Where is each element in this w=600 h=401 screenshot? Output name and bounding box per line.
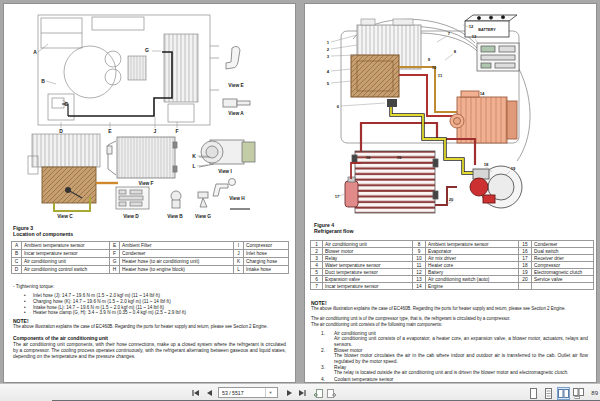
value-cell: Dual switch bbox=[532, 248, 594, 255]
key-cell: 4 bbox=[311, 262, 323, 269]
key-cell: J bbox=[234, 250, 244, 258]
svg-text:K: K bbox=[192, 153, 196, 159]
two-page-view-button[interactable] bbox=[558, 388, 569, 399]
previous-page-button[interactable] bbox=[204, 388, 215, 398]
two-page-continuous-icon bbox=[573, 388, 584, 399]
battery-label: BATTERY bbox=[478, 28, 496, 32]
key-cell: B bbox=[12, 250, 22, 258]
value-cell: Receiver drier bbox=[532, 255, 594, 262]
view-h-part bbox=[213, 179, 250, 210]
component-table-row: 3 Relay 10 Air mix driver 17 Receiver dr… bbox=[311, 255, 594, 262]
list-item: 2. Blower motor The blower motor circula… bbox=[321, 348, 588, 364]
machine-top-view bbox=[38, 15, 219, 125]
value-cell: Electromagnetic clutch bbox=[532, 269, 594, 276]
figure3-subtitle: Location of components bbox=[13, 231, 73, 237]
component-table-row: 5 Duct temperature sensor 12 Battery 19 … bbox=[311, 269, 594, 276]
key-cell: 5 bbox=[311, 269, 323, 276]
component-table-row: 4 Water temperature sensor 11 Heater cor… bbox=[311, 262, 594, 269]
key-cell: 14 bbox=[413, 283, 426, 290]
figure4-caption: Figure 4 Refrigerant flow bbox=[314, 222, 354, 235]
key-cell: 8 bbox=[413, 241, 426, 248]
next-view-icon bbox=[326, 388, 337, 399]
previous-page-icon bbox=[206, 389, 213, 397]
view-d-control-panel bbox=[116, 187, 149, 209]
next-page-button[interactable] bbox=[284, 388, 295, 398]
list-item-number: 4. bbox=[321, 377, 334, 382]
condenser bbox=[352, 151, 438, 213]
key-cell: 11 bbox=[413, 262, 426, 269]
key-cell: 2 bbox=[311, 248, 323, 255]
svg-text:17: 17 bbox=[335, 194, 340, 199]
value-cell: Incar temperature sensor bbox=[323, 283, 413, 290]
next-view-button[interactable] bbox=[326, 388, 337, 398]
single-page-icon bbox=[529, 388, 538, 399]
first-page-button[interactable] bbox=[190, 388, 201, 398]
key-cell bbox=[519, 283, 532, 290]
document-page-left: ABCGDEJFKL View EView AView IView HView … bbox=[3, 3, 296, 383]
list-item: 4. Coolant temperature sensor bbox=[321, 377, 588, 382]
svg-text:3: 3 bbox=[327, 54, 330, 59]
two-page-continuous-view-button[interactable] bbox=[573, 388, 584, 399]
view-g-part bbox=[198, 192, 208, 207]
component-table-row: 1 Air conditioning unit 8 Ambient temper… bbox=[311, 241, 594, 248]
svg-text:A: A bbox=[33, 49, 37, 55]
key-cell: 20 bbox=[519, 276, 532, 283]
list-item-label: Coolant temperature sensor bbox=[334, 377, 393, 382]
svg-text:1: 1 bbox=[327, 40, 330, 45]
note-text: The above illustration explains the case… bbox=[13, 324, 289, 329]
key-cell: 10 bbox=[413, 255, 426, 262]
list-item-number: 2. bbox=[321, 348, 334, 364]
svg-text:15: 15 bbox=[397, 155, 402, 160]
value-cell: Battery bbox=[426, 269, 519, 276]
value-cell: Charging hose bbox=[244, 258, 289, 266]
page-number-input[interactable] bbox=[219, 388, 265, 397]
value-cell: Heater hose (to engine block) bbox=[120, 266, 234, 274]
svg-text:11: 11 bbox=[438, 73, 443, 78]
first-page-icon bbox=[191, 389, 200, 397]
electromagnetic-clutch bbox=[470, 178, 488, 196]
key-cell: 16 bbox=[519, 248, 532, 255]
value-cell: Air conditioning switch (auto) bbox=[426, 276, 519, 283]
single-page-view-button[interactable] bbox=[528, 388, 539, 399]
previous-view-button[interactable] bbox=[313, 388, 324, 398]
svg-text:20: 20 bbox=[449, 197, 454, 202]
value-cell: Relay bbox=[323, 255, 413, 262]
component-table-row: 7 Incar temperature sensor 14 Engine bbox=[311, 283, 594, 290]
components-heading: Components of the air conditioning unit bbox=[13, 335, 108, 341]
torque-item: •Heater hose clamp (G, H): 3.4 ~ 3.9 N·m… bbox=[24, 310, 287, 316]
components-paragraph: The air conditioning unit components, wi… bbox=[13, 342, 286, 359]
figure3-diagram: ABCGDEJFKL View EView AView IView HView … bbox=[4, 6, 296, 224]
page-dropdown-caret-icon[interactable]: ▼ bbox=[265, 388, 275, 397]
continuous-view-button[interactable] bbox=[543, 388, 554, 399]
view-i-compressor bbox=[199, 140, 255, 167]
last-page-button[interactable] bbox=[297, 388, 308, 398]
two-page-view-icon bbox=[558, 388, 569, 399]
value-cell: Incar temperature sensor bbox=[22, 250, 110, 258]
svg-text:L: L bbox=[192, 163, 195, 169]
component-table-row: D Air conditioning control switch H Heat… bbox=[12, 266, 289, 274]
value-cell: Air conditioning unit bbox=[22, 258, 110, 266]
key-cell: D bbox=[12, 266, 22, 274]
ac-switch-panel bbox=[477, 43, 519, 71]
intro-line-1: The air conditioning unit is of the comp… bbox=[311, 316, 590, 321]
svg-text:View E: View E bbox=[228, 83, 244, 88]
receiver-drier bbox=[345, 181, 358, 207]
value-cell: Ambient temperature sensor bbox=[22, 242, 110, 250]
svg-text:14: 14 bbox=[480, 91, 485, 96]
list-item-description: The blower motor circulates the air in t… bbox=[334, 353, 588, 364]
key-cell: 1 bbox=[311, 241, 323, 248]
key-cell: E bbox=[110, 242, 120, 250]
svg-text:View B: View B bbox=[167, 214, 183, 219]
list-item: 1. Air conditioning unit Air conditionin… bbox=[321, 331, 588, 347]
compressor bbox=[470, 166, 522, 208]
component-table-row: B Incar temperature sensor F Condenser J… bbox=[12, 250, 289, 258]
engine bbox=[450, 91, 517, 143]
key-cell: 13 bbox=[413, 276, 426, 283]
view-e-part bbox=[226, 46, 240, 69]
value-cell: Evaporator bbox=[426, 248, 519, 255]
list-item: 3. Relay The relay is located outside th… bbox=[321, 365, 588, 376]
key-cell: 9 bbox=[413, 248, 426, 255]
svg-text:D: D bbox=[59, 128, 63, 134]
value-cell: Condenser bbox=[120, 250, 234, 258]
figure4-subtitle: Refrigerant flow bbox=[314, 228, 354, 234]
